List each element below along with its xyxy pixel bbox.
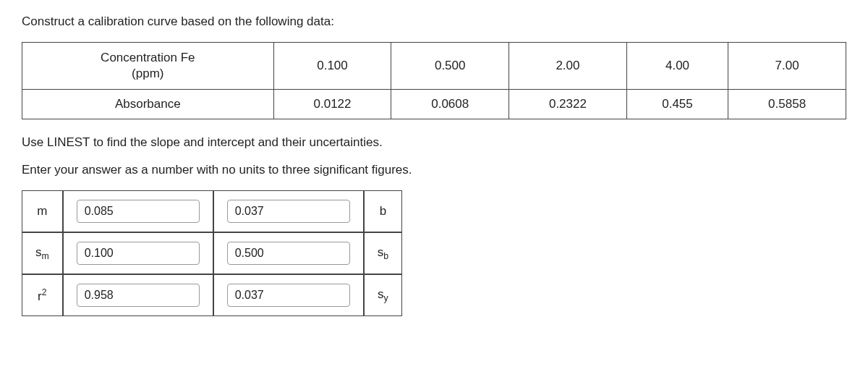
input-sb[interactable] [227, 242, 350, 265]
abs-val-3: 0.455 [626, 90, 728, 119]
calibration-data-table: Concentration Fe (ppm) 0.100 0.500 2.00 … [22, 42, 846, 119]
conc-val-0: 0.100 [273, 43, 391, 90]
conc-header: Concentration Fe (ppm) [22, 43, 274, 90]
instruction-linest: Use LINEST to find the slope and interce… [22, 135, 846, 150]
label-sy: sy [364, 274, 402, 316]
input-sm[interactable] [77, 242, 200, 265]
input-sy[interactable] [227, 284, 350, 307]
label-sb: sb [364, 232, 402, 274]
input-m[interactable] [77, 200, 200, 223]
cell-sb-input [213, 232, 364, 274]
conc-label-line1: Concentration Fe (ppm) [101, 51, 195, 80]
label-b: b [364, 190, 402, 232]
conc-val-2: 2.00 [509, 43, 627, 90]
conc-val-4: 7.00 [728, 43, 846, 90]
cell-sm-input [63, 232, 213, 274]
conc-val-1: 0.500 [391, 43, 509, 90]
label-r2: r2 [22, 274, 63, 316]
cell-r2-input [63, 274, 213, 316]
abs-val-2: 0.2322 [509, 90, 627, 119]
cell-b-input [213, 190, 364, 232]
intro-text: Construct a calibration curve based on t… [22, 14, 846, 29]
instruction-format: Enter your answer as a number with no un… [22, 163, 846, 177]
abs-val-1: 0.0608 [391, 90, 509, 119]
cell-sy-input [213, 274, 364, 316]
label-m: m [22, 190, 63, 232]
answer-table: m b sm sb r2 [22, 190, 402, 316]
abs-header: Absorbance [22, 90, 274, 119]
abs-val-4: 0.5858 [728, 90, 846, 119]
label-sm: sm [22, 232, 63, 274]
abs-val-0: 0.0122 [273, 90, 391, 119]
cell-m-input [63, 190, 213, 232]
input-b[interactable] [227, 200, 350, 223]
conc-val-3: 4.00 [626, 43, 728, 90]
input-r2[interactable] [77, 284, 200, 307]
